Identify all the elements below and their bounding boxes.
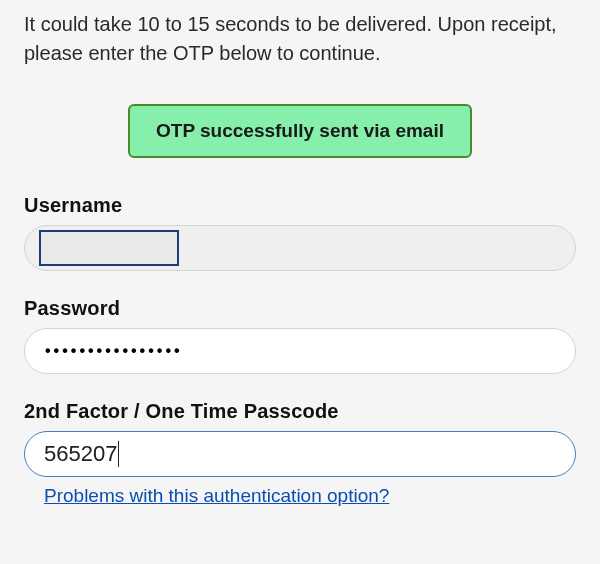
username-selection-highlight [39,230,179,266]
password-group: Password •••••••••••••••• [24,297,576,374]
alert-container: OTP successfully sent via email [24,104,576,158]
help-link[interactable]: Problems with this authentication option… [44,485,389,507]
username-group: Username [24,194,576,271]
otp-sent-alert: OTP successfully sent via email [128,104,472,158]
otp-input[interactable] [24,431,576,477]
password-label: Password [24,297,576,320]
password-masked-value: •••••••••••••••• [25,329,575,373]
instructions-text: It could take 10 to 15 seconds to be del… [24,10,576,68]
username-label: Username [24,194,576,217]
otp-group: 2nd Factor / One Time Passcode 565207 Pr… [24,400,576,507]
username-input[interactable] [24,225,576,271]
otp-label: 2nd Factor / One Time Passcode [24,400,576,423]
password-input[interactable]: •••••••••••••••• [24,328,576,374]
